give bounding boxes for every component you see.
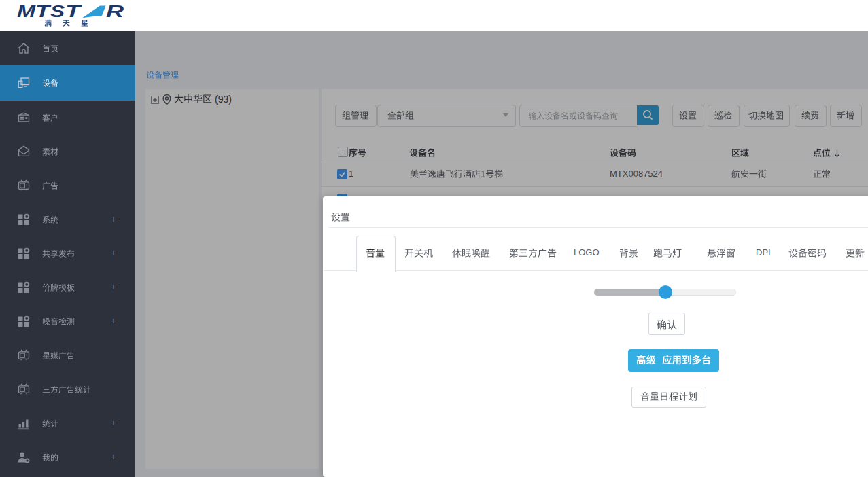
svg-text:S: S: [50, 3, 65, 20]
svg-text:T: T: [65, 3, 82, 20]
svg-text:R: R: [106, 3, 124, 20]
svg-text:T: T: [35, 3, 52, 20]
svg-text:M: M: [17, 3, 36, 20]
